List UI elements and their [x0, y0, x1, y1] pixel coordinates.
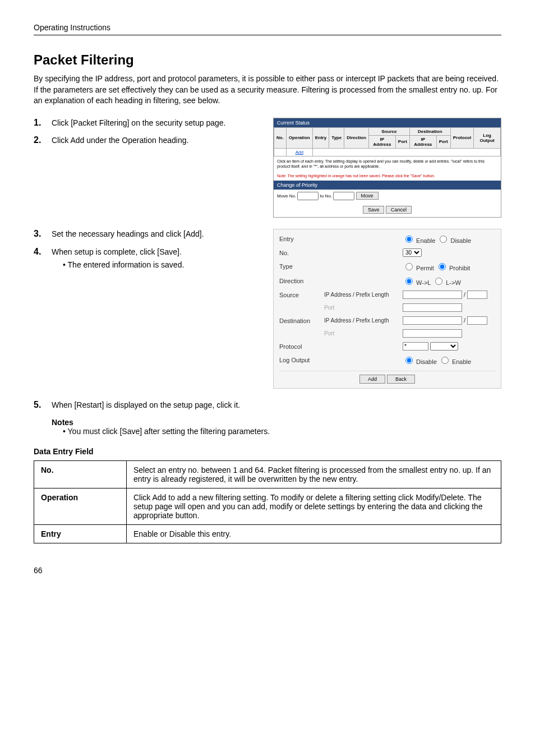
- ip-prefix-label: IP Address / Prefix Length: [324, 292, 403, 298]
- step-bullet: The entered information is saved.: [63, 260, 184, 271]
- status-table: No. Operation Entry Type Direction Sourc…: [274, 127, 501, 156]
- th-log: Log Output: [474, 127, 501, 148]
- screenshot-entry-form: Entry Enable Disable No. 30 Type Permit: [273, 229, 501, 389]
- th-port: Port: [436, 135, 450, 148]
- save-button[interactable]: Save: [363, 206, 385, 214]
- section-bar: Current Status: [274, 118, 501, 127]
- port-label: Port: [324, 305, 403, 311]
- step-text: When [Restart] is displayed on the setup…: [52, 400, 240, 411]
- data-entry-table: No. Select an entry no. between 1 and 64…: [34, 460, 501, 543]
- protocol-select[interactable]: [430, 342, 458, 351]
- log-enable-radio[interactable]: [441, 357, 449, 364]
- slash: /: [464, 317, 465, 324]
- src-port-input[interactable]: [403, 303, 462, 312]
- enable-label: Enable: [416, 237, 435, 244]
- port-label: Port: [324, 330, 403, 336]
- section-bar: Change of Priority: [274, 181, 501, 190]
- src-prefix-input[interactable]: [467, 291, 487, 299]
- step-text: When setup is complete, click [Save].: [52, 247, 182, 256]
- field-name: Operation: [34, 488, 127, 524]
- step-text: Set the necessary headings and click [Ad…: [52, 229, 204, 240]
- ip-prefix-label: IP Address / Prefix Length: [324, 317, 403, 324]
- enable-label: Enable: [452, 358, 471, 365]
- dst-ip-input[interactable]: [403, 316, 462, 325]
- dst-prefix-input[interactable]: [467, 316, 487, 325]
- th-port: Port: [395, 135, 409, 148]
- note-text: Click an item of each entry. The setting…: [274, 156, 501, 171]
- dir-wl-radio[interactable]: [405, 278, 413, 285]
- prohibit-label: Prohibit: [449, 265, 470, 271]
- step-number: 3.: [34, 229, 45, 240]
- disable-label: Disable: [416, 358, 437, 365]
- move-no-input[interactable]: [297, 192, 319, 200]
- notes-heading: Notes: [52, 418, 501, 427]
- th-ip: IP Address: [409, 135, 436, 148]
- move-button[interactable]: Move: [356, 192, 379, 200]
- protocol-label: Protocol: [279, 343, 324, 350]
- cancel-button[interactable]: Cancel: [386, 206, 412, 214]
- th-no: No.: [274, 127, 287, 148]
- disable-label: Disable: [450, 237, 471, 244]
- entry-label: Entry: [279, 236, 324, 242]
- slash: /: [464, 291, 465, 298]
- screenshot-current-status: Current Status No. Operation Entry Type …: [273, 118, 501, 218]
- destination-label: Destination: [279, 317, 324, 324]
- table-row: No. Select an entry no. between 1 and 64…: [34, 460, 501, 488]
- wl-label: W->L: [416, 279, 431, 286]
- th-ip: IP Address: [368, 135, 395, 148]
- permit-label: Permit: [416, 265, 434, 271]
- table-row: Operation Click Add to add a new filteri…: [34, 488, 501, 524]
- th-source: Source: [368, 127, 409, 135]
- th-destination: Destination: [409, 127, 450, 135]
- notes-bullet: You must click [Save] after setting the …: [63, 427, 501, 436]
- page-header: Operating Instructions: [34, 23, 110, 32]
- entry-disable-radio[interactable]: [440, 236, 447, 243]
- th-entry: Entry: [312, 127, 329, 148]
- step-number: 5.: [34, 400, 45, 411]
- add-link[interactable]: Add: [296, 150, 303, 155]
- lw-label: L->W: [446, 279, 461, 286]
- page-title: Packet Filtering: [34, 52, 501, 68]
- th-direction: Direction: [344, 127, 369, 148]
- entry-enable-radio[interactable]: [405, 236, 413, 243]
- no-select[interactable]: 30: [403, 248, 422, 257]
- th-operation: Operation: [286, 127, 312, 148]
- to-no-label: to No.: [320, 193, 332, 199]
- log-disable-radio[interactable]: [405, 357, 413, 364]
- log-output-label: Log Output: [279, 357, 324, 363]
- no-label: No.: [279, 250, 324, 256]
- step-number: 4.: [34, 247, 45, 271]
- direction-label: Direction: [279, 278, 324, 284]
- data-entry-heading: Data Entry Field: [34, 447, 501, 456]
- type-prohibit-radio[interactable]: [439, 263, 446, 270]
- page-number: 66: [34, 566, 501, 575]
- protocol-input[interactable]: [403, 342, 428, 351]
- type-label: Type: [279, 263, 324, 270]
- th-protocol: Protocol: [450, 127, 473, 148]
- dst-port-input[interactable]: [403, 329, 462, 338]
- source-label: Source: [279, 292, 324, 298]
- field-desc: Click Add to add a new filtering setting…: [127, 488, 501, 524]
- type-permit-radio[interactable]: [405, 263, 413, 270]
- src-ip-input[interactable]: [403, 291, 462, 299]
- add-button[interactable]: Add: [359, 375, 385, 384]
- dir-lw-radio[interactable]: [435, 278, 442, 285]
- intro-paragraph: By specifying the IP address, port and p…: [34, 73, 501, 107]
- field-name: Entry: [34, 524, 127, 543]
- note-warning: Note: The setting highlighted in orange …: [274, 171, 501, 181]
- move-no-label: Move No.: [277, 193, 296, 199]
- to-no-input[interactable]: [333, 192, 354, 200]
- field-desc: Select an entry no. between 1 and 64. Pa…: [127, 460, 501, 488]
- table-row: Entry Enable or Disable this entry.: [34, 524, 501, 543]
- th-type: Type: [329, 127, 344, 148]
- step-text: Click [Packet Filtering] on the security…: [52, 118, 225, 129]
- step-number: 2.: [34, 135, 45, 146]
- field-name: No.: [34, 460, 127, 488]
- step-number: 1.: [34, 118, 45, 129]
- back-button[interactable]: Back: [387, 375, 415, 384]
- field-desc: Enable or Disable this entry.: [127, 524, 501, 543]
- step-text: Click Add under the Operation heading.: [52, 135, 188, 146]
